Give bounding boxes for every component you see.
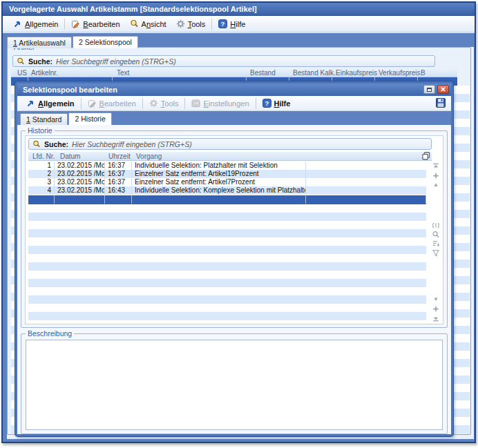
menu-item-label: Einstellungen (203, 99, 249, 108)
step-down-icon[interactable]: ▼ (432, 295, 440, 304)
edit-icon (88, 99, 97, 108)
column-header-text[interactable]: Text (117, 69, 129, 77)
step-up-icon[interactable]: ▲ (432, 181, 440, 189)
cell-blank (306, 195, 426, 204)
menu-item-bearbeiten[interactable]: Bearbeiten (83, 97, 141, 109)
dialog-window-buttons: ✕ (423, 85, 449, 94)
restore-icon (427, 88, 432, 92)
menu-item-label: Tools (161, 99, 179, 108)
menu-item-label: Allgemein (25, 20, 58, 28)
column-header-lfdnr[interactable]: Lfd. Nr. (32, 153, 55, 160)
tab-label: 1 Artikelauswahl (13, 39, 66, 47)
table-row-selected[interactable] (28, 195, 426, 204)
menu-item-einstellungen[interactable]: Einstellungen (187, 97, 254, 109)
menu-item-label: Bearbeiten (83, 20, 120, 28)
column-width-icon[interactable] (432, 222, 440, 229)
main-tabstrip: 1 Artikelauswahl 2 Selektionspool (7, 36, 139, 48)
table-row[interactable]: 3 23.02.2015 /Mo 16:37 Einzelner Satz en… (28, 178, 426, 186)
scroll-top-icon[interactable] (432, 163, 440, 171)
edit-icon (71, 19, 80, 28)
menu-separator (81, 98, 82, 109)
scroll-bottom-icon[interactable] (432, 314, 440, 322)
column-header-us[interactable]: US (17, 69, 27, 77)
main-titlebar[interactable]: Vorgelagerte Auswahl Artikelstamm [Stand… (3, 3, 475, 16)
dialog-window: Selektionspool bearbeiten ✕ Allgemein Be… (15, 81, 453, 436)
move-up-icon[interactable] (432, 172, 440, 179)
tab-label: 2 Historie (75, 115, 105, 123)
cell-datum: 23.02.2015 /Mo (55, 162, 105, 170)
search-icon (17, 57, 25, 66)
arrow-icon (13, 19, 22, 28)
move-down-icon[interactable] (432, 305, 440, 313)
cell-vorgang: Individuelle Selektion: Platzhalter mit … (132, 162, 306, 170)
menu-item-tools[interactable]: Tools (144, 97, 184, 109)
save-icon[interactable] (436, 98, 446, 108)
cell-blank (306, 170, 426, 178)
cell-lfdnr: 2 (28, 170, 55, 178)
column-header-datum[interactable]: Datum (60, 153, 80, 160)
screen: Vorgelagerte Auswahl Artikelstamm [Stand… (0, 0, 478, 448)
column-header-bestand-kalk[interactable]: Bestand Kalk. (293, 69, 336, 77)
dialog-titlebar[interactable]: Selektionspool bearbeiten (17, 84, 451, 96)
dialog-menubar: Allgemein Bearbeiten Tools Einstellungen… (17, 96, 451, 111)
cell-uhrzeit (105, 195, 132, 204)
menu-item-label: Allgemein (38, 99, 75, 108)
historie-empty-rows (28, 204, 426, 322)
settings-icon (191, 99, 200, 108)
menu-item-tools[interactable]: Tools (171, 18, 211, 30)
tab-artikelauswahl[interactable]: 1 Artikelauswahl (7, 37, 72, 48)
grid-nav-strip: ▲ ▼ (430, 162, 441, 322)
help-icon (262, 99, 271, 108)
column-header-artikelnr[interactable]: Artikelnr. (31, 69, 58, 77)
menu-item-label: Bearbeiten (99, 99, 136, 108)
tab-historie[interactable]: 2 Historie (68, 113, 111, 125)
table-row[interactable]: 1 23.02.2015 /Mo 16:37 Individuelle Sele… (28, 162, 426, 170)
cell-lfdnr: 3 (28, 178, 55, 186)
help-icon (218, 19, 227, 28)
artikel-search-input[interactable]: Suche: Hier Suchbegriff eingeben (STRG+S… (12, 55, 435, 67)
cell-uhrzeit: 16:37 (105, 170, 132, 178)
main-menubar: Allgemein Bearbeiten Ansicht Tools Hilfe (3, 16, 475, 32)
cell-lfdnr: 4 (28, 186, 55, 195)
cell-lfdnr: 1 (28, 162, 55, 170)
tab-standard[interactable]: 1 Standard (20, 113, 68, 125)
dialog-tabstrip: 1 Standard 2 Historie (20, 113, 113, 125)
cell-datum (55, 195, 105, 204)
column-header-bestand[interactable]: Bestand (250, 69, 276, 77)
cell-lfdnr (28, 195, 55, 204)
cell-uhrzeit: 16:37 (105, 162, 132, 170)
menu-separator (184, 98, 185, 109)
gear-icon (149, 99, 158, 108)
column-header-b[interactable]: B (421, 69, 426, 77)
table-row[interactable]: 2 23.02.2015 /Mo 16:37 Einzelner Satz en… (28, 170, 426, 178)
close-button[interactable]: ✕ (437, 85, 449, 94)
cell-blank (306, 162, 426, 170)
historie-groupbox: Historie Suche: Hier Suchbegriff eingebe… (21, 130, 448, 328)
restore-button[interactable] (423, 85, 435, 94)
search-placeholder: Hier Suchbegriff eingeben (STRG+S) (56, 57, 176, 66)
menu-separator (211, 19, 212, 30)
menu-item-allgemein[interactable]: Allgemein (21, 97, 79, 109)
copy-icon[interactable] (422, 152, 430, 160)
menu-item-label: Tools (188, 20, 206, 28)
filter-icon[interactable] (432, 249, 440, 257)
column-header-uhrzeit[interactable]: Uhrzeit (108, 153, 131, 160)
menu-item-hilfe[interactable]: Hilfe (213, 18, 250, 30)
tab-selektionspool[interactable]: 2 Selektionspool (73, 36, 138, 48)
search-placeholder: Hier Suchbegriff eingeben (STRG+S) (72, 140, 192, 148)
menu-item-bearbeiten[interactable]: Bearbeiten (66, 18, 124, 30)
column-header-einkaufspreis[interactable]: Einkaufspreis (336, 69, 377, 77)
menu-item-ansicht[interactable]: Ansicht (125, 18, 171, 30)
dialog-content: Historie Suche: Hier Suchbegriff eingebe… (17, 125, 451, 434)
column-header-verkaufspreis[interactable]: Verkaufspreis (379, 69, 421, 77)
sort-icon[interactable] (432, 240, 440, 247)
column-header-vorgang[interactable]: Vorgang (136, 153, 162, 160)
table-row[interactable]: 4 23.02.2015 /Mo 16:43 Individuelle Sele… (28, 186, 426, 195)
menu-item-hilfe[interactable]: Hilfe (258, 97, 296, 109)
menu-item-allgemein[interactable]: Allgemein (8, 18, 63, 30)
magnifier-icon (130, 19, 139, 28)
beschreibung-textarea[interactable] (26, 340, 443, 430)
search-icon[interactable] (432, 231, 440, 238)
menu-item-label: Ansicht (142, 20, 166, 28)
historie-search-input[interactable]: Suche: Hier Suchbegriff eingeben (STRG+S… (28, 138, 432, 150)
